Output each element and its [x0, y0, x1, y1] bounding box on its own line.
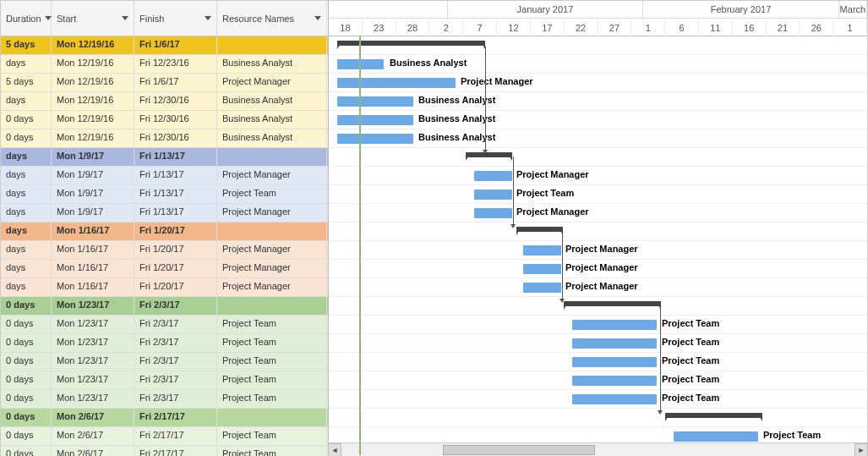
task-bar[interactable]: [337, 134, 413, 144]
task-bar[interactable]: [337, 96, 413, 107]
cell[interactable]: Fri 2/17/17: [134, 446, 217, 456]
cell[interactable]: days: [1, 204, 52, 222]
table-row[interactable]: daysMon 1/16/17Fri 1/20/17: [1, 223, 328, 241]
cell[interactable]: days: [1, 185, 52, 203]
dropdown-icon[interactable]: [314, 16, 321, 20]
cell[interactable]: Business Analyst: [217, 55, 327, 73]
cell[interactable]: Mon 1/23/17: [52, 390, 134, 408]
cell[interactable]: Project Team: [217, 316, 327, 333]
cell[interactable]: Mon 12/19/16: [52, 92, 134, 110]
column-header-start[interactable]: Start: [52, 1, 134, 36]
gantt-row[interactable]: Project Team: [329, 371, 867, 390]
cell[interactable]: Fri 2/3/17: [134, 353, 217, 371]
cell[interactable]: Business Analyst: [217, 129, 327, 147]
cell[interactable]: days: [1, 223, 52, 240]
gantt-row[interactable]: Business Analyst: [329, 129, 867, 148]
cell[interactable]: days: [1, 241, 52, 259]
cell[interactable]: Mon 1/23/17: [52, 334, 134, 352]
table-row[interactable]: 0 daysMon 1/23/17Fri 2/3/17Project Team: [1, 371, 328, 390]
cell[interactable]: Mon 1/16/17: [52, 278, 134, 296]
cell[interactable]: Business Analyst: [217, 111, 327, 129]
cell[interactable]: Project Manager: [217, 204, 327, 222]
cell[interactable]: Business Analyst: [217, 92, 327, 110]
gantt-row[interactable]: [329, 409, 867, 427]
table-row[interactable]: daysMon 1/16/17Fri 1/20/17Project Manage…: [1, 260, 328, 278]
summary-bar[interactable]: [665, 413, 762, 418]
cell[interactable]: Mon 12/19/16: [52, 111, 134, 129]
cell[interactable]: Project Manager: [217, 241, 327, 259]
cell[interactable]: Fri 2/3/17: [134, 390, 217, 408]
cell[interactable]: Fri 12/30/16: [134, 129, 217, 147]
cell[interactable]: Mon 1/9/17: [52, 148, 134, 166]
cell[interactable]: [217, 409, 327, 426]
cell[interactable]: Mon 1/9/17: [52, 167, 134, 184]
cell[interactable]: days: [1, 92, 52, 110]
cell[interactable]: Project Team: [217, 446, 327, 456]
task-bar[interactable]: [474, 190, 512, 200]
table-row[interactable]: daysMon 12/19/16Fri 12/23/16Business Ana…: [1, 55, 328, 74]
cell[interactable]: Fri 2/17/17: [134, 427, 217, 445]
cell[interactable]: Fri 1/13/17: [134, 204, 217, 222]
column-header-finish[interactable]: Finish: [134, 1, 217, 36]
cell[interactable]: Fri 1/20/17: [134, 278, 217, 296]
table-row[interactable]: 0 daysMon 1/23/17Fri 2/3/17Project Team: [1, 353, 328, 371]
cell[interactable]: Project Team: [217, 353, 327, 371]
cell[interactable]: Mon 1/9/17: [52, 185, 134, 203]
table-row[interactable]: daysMon 1/9/17Fri 1/13/17Project Manager: [1, 204, 328, 223]
gantt-chart[interactable]: January 2017February 2017March 182328271…: [329, 1, 867, 455]
cell[interactable]: 0 days: [1, 446, 52, 456]
gantt-row[interactable]: Project Team: [329, 334, 867, 353]
cell[interactable]: [217, 223, 327, 240]
cell[interactable]: Mon 2/6/17: [52, 427, 134, 445]
dropdown-icon[interactable]: [122, 16, 128, 20]
gantt-body[interactable]: Business AnalystProject ManagerBusiness …: [329, 36, 867, 455]
gantt-row[interactable]: Business Analyst: [329, 111, 867, 129]
table-row[interactable]: 0 daysMon 1/23/17Fri 2/3/17Project Team: [1, 316, 328, 334]
task-bar[interactable]: [572, 320, 657, 330]
cell[interactable]: Project Manager: [217, 278, 327, 296]
gantt-row[interactable]: Project Team: [329, 390, 867, 409]
cell[interactable]: Fri 2/3/17: [134, 334, 217, 352]
cell[interactable]: 0 days: [1, 111, 52, 129]
cell[interactable]: Mon 12/19/16: [52, 74, 134, 91]
cell[interactable]: 0 days: [1, 390, 52, 408]
table-row[interactable]: 0 daysMon 1/23/17Fri 2/3/17Project Team: [1, 390, 328, 409]
task-bar[interactable]: [523, 245, 561, 255]
task-bar[interactable]: [523, 283, 561, 293]
table-row[interactable]: 0 daysMon 2/6/17Fri 2/17/17Project Team: [1, 427, 328, 446]
table-row[interactable]: daysMon 12/19/16Fri 12/30/16Business Ana…: [1, 92, 328, 111]
table-row[interactable]: 0 daysMon 1/23/17Fri 2/3/17Project Team: [1, 334, 328, 353]
cell[interactable]: Mon 1/23/17: [52, 316, 134, 333]
gantt-row[interactable]: Business Analyst: [329, 92, 867, 111]
dropdown-icon[interactable]: [45, 16, 52, 20]
table-row[interactable]: daysMon 1/16/17Fri 1/20/17Project Manage…: [1, 241, 328, 260]
cell[interactable]: 0 days: [1, 297, 52, 315]
task-bar[interactable]: [572, 394, 657, 404]
table-row[interactable]: daysMon 1/9/17Fri 1/13/17: [1, 148, 328, 167]
cell[interactable]: Fri 1/13/17: [134, 148, 217, 166]
task-bar[interactable]: [337, 115, 413, 125]
gantt-row[interactable]: Project Manager: [329, 204, 867, 223]
cell[interactable]: Fri 12/23/16: [134, 55, 217, 73]
scroll-track[interactable]: [341, 443, 854, 457]
gantt-row[interactable]: Project Team: [329, 353, 867, 371]
cell[interactable]: Fri 2/3/17: [134, 371, 217, 389]
cell[interactable]: Fri 2/3/17: [134, 297, 217, 315]
gantt-row[interactable]: Project Manager: [329, 74, 867, 92]
cell[interactable]: Project Team: [217, 334, 327, 352]
cell[interactable]: 0 days: [1, 353, 52, 371]
column-header-resource[interactable]: Resource Names: [217, 1, 327, 36]
cell[interactable]: Mon 1/23/17: [52, 297, 134, 315]
task-bar[interactable]: [674, 431, 758, 442]
cell[interactable]: Project Team: [217, 427, 327, 445]
gantt-row[interactable]: [329, 297, 867, 316]
cell[interactable]: days: [1, 148, 52, 166]
table-row[interactable]: 0 daysMon 12/19/16Fri 12/30/16Business A…: [1, 129, 328, 148]
cell[interactable]: 5 days: [1, 36, 52, 54]
table-row[interactable]: daysMon 1/9/17Fri 1/13/17Project Team: [1, 185, 328, 204]
gantt-row[interactable]: Project Team: [329, 185, 867, 204]
column-header-duration[interactable]: Duration: [1, 1, 52, 36]
cell[interactable]: 0 days: [1, 371, 52, 389]
cell[interactable]: Mon 1/23/17: [52, 371, 134, 389]
gantt-row[interactable]: Project Manager: [329, 278, 867, 297]
